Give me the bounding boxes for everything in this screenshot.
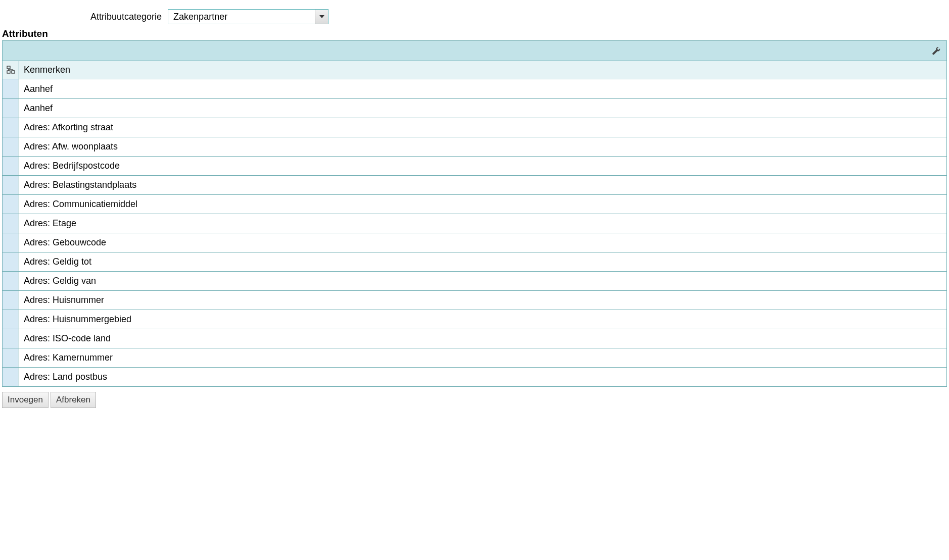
table-row[interactable]: Aanhef <box>3 79 946 98</box>
insert-button[interactable]: Invoegen <box>2 392 49 408</box>
attribute-category-label: Attribuutcategorie <box>90 12 162 22</box>
attribute-category-dropdown[interactable]: Zakenpartner <box>168 9 328 24</box>
row-label: Adres: Huisnummer <box>19 291 946 310</box>
row-label: Adres: Etage <box>19 214 946 233</box>
wrench-icon <box>931 46 941 56</box>
row-label: Adres: Geldig tot <box>19 252 946 271</box>
dropdown-arrow-button[interactable] <box>315 10 328 24</box>
row-selector[interactable] <box>3 368 19 386</box>
row-label: Adres: Communicatiemiddel <box>19 195 946 214</box>
grid-body[interactable]: AanhefAanhefAdres: Afkorting straatAdres… <box>3 79 946 386</box>
attribute-category-value: Zakenpartner <box>168 10 315 24</box>
row-label: Adres: Afkorting straat <box>19 118 946 137</box>
row-selector[interactable] <box>3 291 19 310</box>
table-row[interactable]: Aanhef <box>3 98 946 118</box>
table-row[interactable]: Adres: Huisnummer <box>3 290 946 310</box>
row-label: Adres: Bedrijfspostcode <box>19 157 946 175</box>
table-row[interactable]: Adres: Afkorting straat <box>3 118 946 137</box>
row-selector[interactable] <box>3 118 19 137</box>
row-selector[interactable] <box>3 157 19 175</box>
table-row[interactable]: Adres: Geldig van <box>3 271 946 290</box>
row-selector[interactable] <box>3 233 19 252</box>
row-selector[interactable] <box>3 176 19 194</box>
table-row[interactable]: Adres: Gebouwcode <box>3 233 946 252</box>
row-selector[interactable] <box>3 99 19 118</box>
row-selector[interactable] <box>3 214 19 233</box>
svg-rect-2 <box>7 71 10 73</box>
grid-toolbar <box>3 41 946 61</box>
row-label: Adres: Geldig van <box>19 272 946 290</box>
hierarchy-column-header[interactable] <box>3 61 19 79</box>
grid-header: Kenmerken <box>3 61 946 79</box>
kenmerken-column-header[interactable]: Kenmerken <box>19 61 946 79</box>
row-label: Aanhef <box>19 99 946 118</box>
table-row[interactable]: Adres: Communicatiemiddel <box>3 194 946 214</box>
row-selector[interactable] <box>3 195 19 214</box>
svg-rect-1 <box>7 66 10 69</box>
row-selector[interactable] <box>3 137 19 156</box>
row-selector[interactable] <box>3 310 19 329</box>
row-label: Adres: Land postbus <box>19 368 946 386</box>
row-selector[interactable] <box>3 272 19 290</box>
chevron-down-icon <box>319 15 325 19</box>
row-label: Adres: Huisnummergebied <box>19 310 946 329</box>
attributes-grid: Kenmerken AanhefAanhefAdres: Afkorting s… <box>2 40 947 387</box>
table-row[interactable]: Adres: Geldig tot <box>3 252 946 271</box>
settings-button[interactable] <box>929 44 943 58</box>
table-row[interactable]: Adres: Belastingstandplaats <box>3 175 946 194</box>
row-selector[interactable] <box>3 348 19 367</box>
table-row[interactable]: Adres: Afw. woonplaats <box>3 137 946 156</box>
row-selector[interactable] <box>3 252 19 271</box>
attributes-section-title: Attributen <box>2 28 947 39</box>
table-row[interactable]: Adres: Huisnummergebied <box>3 310 946 329</box>
row-label: Adres: Belastingstandplaats <box>19 176 946 194</box>
svg-marker-0 <box>319 15 324 18</box>
row-label: Adres: Kamernummer <box>19 348 946 367</box>
hierarchy-icon <box>6 66 15 75</box>
row-label: Adres: Gebouwcode <box>19 233 946 252</box>
table-row[interactable]: Adres: ISO-code land <box>3 329 946 348</box>
row-label: Adres: ISO-code land <box>19 329 946 348</box>
table-row[interactable]: Adres: Bedrijfspostcode <box>3 156 946 175</box>
row-selector[interactable] <box>3 79 19 98</box>
row-selector[interactable] <box>3 329 19 348</box>
button-bar: Invoegen Afbreken <box>2 392 947 408</box>
table-row[interactable]: Adres: Land postbus <box>3 367 946 386</box>
row-label: Aanhef <box>19 79 946 98</box>
table-row[interactable]: Adres: Kamernummer <box>3 348 946 367</box>
row-label: Adres: Afw. woonplaats <box>19 137 946 156</box>
cancel-button[interactable]: Afbreken <box>51 392 96 408</box>
svg-rect-3 <box>12 71 15 73</box>
table-row[interactable]: Adres: Etage <box>3 214 946 233</box>
